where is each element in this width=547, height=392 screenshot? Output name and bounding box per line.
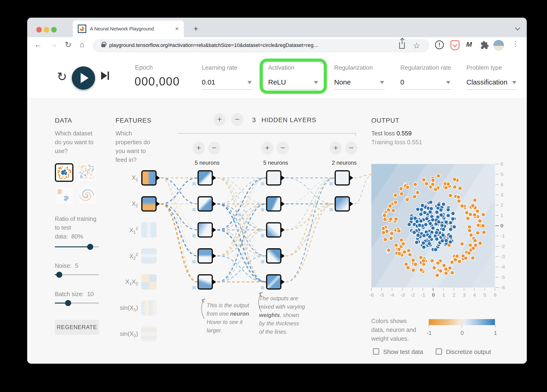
feature-node-sinx1[interactable] bbox=[141, 300, 157, 316]
regularization-rate-dropdown[interactable]: Regularization rate 0 bbox=[400, 64, 451, 90]
info-badge-icon[interactable]: ! bbox=[435, 41, 444, 49]
remove-neuron-button-layer2[interactable]: − bbox=[277, 142, 289, 155]
dataset-thumb-spiral[interactable] bbox=[78, 187, 97, 205]
address-bar[interactable]: playground.tensorflow.org/#activation=re… bbox=[93, 39, 429, 53]
neuron-layer2-1[interactable] bbox=[266, 170, 281, 186]
x-tick-label: -3 bbox=[399, 292, 405, 298]
feature-node-sinx2[interactable] bbox=[141, 326, 157, 342]
activation-dropdown[interactable]: Activation ReLU bbox=[268, 64, 319, 90]
dataset-thumb-gaussian[interactable] bbox=[55, 187, 73, 205]
feature-node-x1x2[interactable] bbox=[141, 274, 157, 290]
problem-type-dropdown[interactable]: Problem type Classification bbox=[466, 64, 517, 90]
maximize-window-button[interactable] bbox=[51, 27, 57, 33]
noise-slider[interactable] bbox=[55, 274, 99, 275]
profile-avatar[interactable] bbox=[493, 40, 504, 51]
y-tick bbox=[495, 184, 499, 185]
ratio-slider-knob[interactable] bbox=[87, 244, 93, 250]
batch-size-value: 10 bbox=[87, 291, 94, 297]
bias-square bbox=[261, 182, 264, 185]
feature-node-x1sq[interactable] bbox=[141, 222, 157, 237]
x-tick bbox=[485, 288, 485, 291]
legend-tick-label: -1 bbox=[426, 330, 432, 336]
dataset-thumb-circle[interactable] bbox=[55, 163, 73, 182]
feature-node-x1[interactable] bbox=[141, 170, 157, 186]
x-tick bbox=[474, 288, 474, 291]
show-test-data-checkbox[interactable] bbox=[373, 348, 379, 355]
feature-label-sinx2: sin(X2) bbox=[112, 330, 138, 338]
batch-size-slider[interactable] bbox=[55, 303, 99, 304]
output-plot[interactable] bbox=[371, 164, 495, 288]
pocket-extension-icon[interactable] bbox=[451, 41, 459, 50]
forward-button[interactable]: → bbox=[49, 40, 57, 49]
lock-icon[interactable] bbox=[101, 44, 105, 47]
add-layer-button[interactable]: + bbox=[213, 113, 226, 126]
neuron-layer1-4[interactable] bbox=[198, 248, 213, 264]
add-neuron-button-layer2[interactable]: + bbox=[261, 142, 273, 155]
add-neuron-button-layer1[interactable]: + bbox=[193, 142, 205, 155]
noise-value: 5 bbox=[75, 262, 78, 269]
hidden-layers-count: 3 bbox=[252, 116, 256, 124]
neuron-layer2-4[interactable] bbox=[266, 248, 281, 264]
tab-search-chevron-icon[interactable] bbox=[515, 25, 520, 31]
noise-slider-knob[interactable] bbox=[56, 272, 62, 278]
learning-rate-dropdown[interactable]: Learning rate 0.01 bbox=[202, 64, 252, 90]
new-tab-button[interactable]: + bbox=[194, 25, 198, 32]
extension-m-icon[interactable]: M bbox=[466, 41, 472, 48]
neuron-layer1-1[interactable] bbox=[198, 170, 213, 186]
reload-button[interactable]: ↻ bbox=[65, 40, 72, 49]
playground-main: DATA Which dataset do you want to use? R… bbox=[27, 99, 527, 364]
bias-square bbox=[261, 234, 264, 237]
neuron-layer3-1[interactable] bbox=[335, 170, 350, 186]
legend-tick bbox=[495, 325, 495, 328]
neuron-layer1-2[interactable] bbox=[198, 196, 213, 212]
neurons-count-layer1: 5 neurons bbox=[195, 160, 225, 166]
discretize-output-checkbox[interactable] bbox=[436, 348, 442, 355]
play-pause-button[interactable] bbox=[72, 66, 95, 90]
batch-slider-knob[interactable] bbox=[65, 300, 71, 306]
feature-node-x2sq[interactable] bbox=[141, 248, 157, 264]
remove-neuron-button-layer1[interactable]: − bbox=[208, 142, 220, 155]
remove-layer-button[interactable]: − bbox=[231, 113, 243, 126]
neuron-layer3-2[interactable] bbox=[335, 196, 350, 212]
regularization-dropdown[interactable]: Regularization None bbox=[334, 64, 385, 90]
neuron-layer2-2[interactable] bbox=[266, 196, 281, 212]
home-button[interactable]: ⌂ bbox=[80, 40, 85, 49]
ratio-slider[interactable] bbox=[55, 246, 99, 247]
reset-network-button[interactable]: ↺ bbox=[57, 70, 67, 84]
neuron-layer2-3[interactable] bbox=[266, 222, 281, 237]
x-tick-label: 3 bbox=[461, 292, 467, 298]
neuron-layer1-5[interactable] bbox=[198, 274, 213, 290]
url-bar: ← → ↻ ⌂ playground.tensorflow.org/#activ… bbox=[27, 37, 527, 54]
features-heading: FEATURES bbox=[116, 117, 151, 124]
scatter-points bbox=[371, 164, 495, 288]
remove-neuron-button-layer3[interactable]: − bbox=[345, 142, 357, 155]
feature-node-x2[interactable] bbox=[141, 196, 157, 212]
discretize-output-label: Discretize output bbox=[446, 348, 491, 356]
browser-tab[interactable]: A Neural Network Playground × bbox=[73, 20, 184, 37]
extensions-puzzle-icon[interactable] bbox=[480, 41, 489, 51]
x-tick-label: -2 bbox=[410, 292, 416, 298]
neurons-count-layer2: 5 neurons bbox=[263, 160, 294, 166]
playground-control-bar: ↺ Epoch 000,000 Learning rate 0.01 Activ… bbox=[27, 54, 527, 99]
y-tick-label: 6 bbox=[500, 161, 503, 167]
neuron-layer2-5[interactable] bbox=[266, 274, 281, 290]
back-button[interactable]: ← bbox=[34, 40, 42, 49]
bookmark-star-icon[interactable]: ☆ bbox=[413, 41, 420, 50]
x-tick-label: 6 bbox=[492, 292, 498, 298]
info-mark: ! bbox=[438, 41, 440, 48]
y-tick-label: 4 bbox=[500, 182, 503, 187]
tab-close-icon[interactable]: × bbox=[175, 25, 179, 32]
show-test-data-label: Show test data bbox=[383, 348, 423, 356]
y-tick bbox=[495, 174, 499, 174]
chrome-menu-icon[interactable]: ⋮ bbox=[512, 40, 519, 47]
regenerate-button[interactable]: REGENERATE bbox=[55, 320, 99, 335]
close-window-button[interactable] bbox=[36, 27, 42, 33]
dataset-thumb-xor[interactable] bbox=[78, 163, 97, 182]
share-icon[interactable] bbox=[399, 42, 405, 49]
url-text[interactable]: playground.tensorflow.org/#activation=re… bbox=[109, 42, 319, 48]
y-tick-label: 1 bbox=[500, 213, 503, 218]
activation-value: ReLU bbox=[268, 78, 286, 86]
neuron-layer1-3[interactable] bbox=[198, 222, 213, 237]
add-neuron-button-layer3[interactable]: + bbox=[330, 142, 342, 155]
minimize-window-button[interactable] bbox=[44, 27, 49, 33]
